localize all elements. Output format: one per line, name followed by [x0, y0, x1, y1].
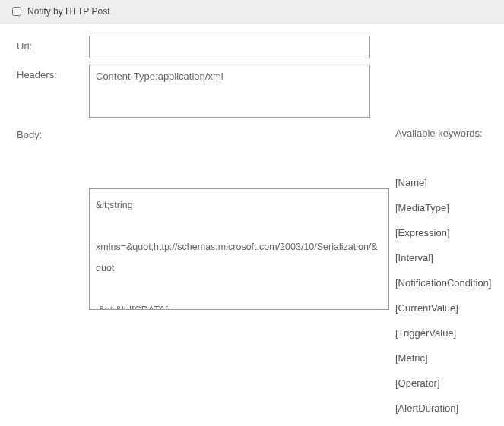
notify-checkbox[interactable] — [12, 7, 21, 16]
keywords-label: Available keywords: — [395, 128, 498, 139]
url-row: Url: — [17, 36, 487, 58]
keyword-item: [MediaType] — [395, 202, 498, 213]
body-label: Body: — [17, 128, 89, 140]
keyword-item: [AlertDuration] — [395, 402, 498, 414]
notify-checkbox-label: Notify by HTTP Post — [27, 6, 109, 17]
keyword-item: [Name] — [395, 177, 498, 188]
body-row: Body: Available keywords: [Name] [MediaT… — [17, 128, 487, 414]
url-label: Url: — [17, 36, 89, 52]
headers-input[interactable] — [89, 65, 370, 118]
keyword-item: [TriggerValue] — [395, 327, 498, 339]
form-area: Url: Headers: Body: Available keywords: … — [0, 24, 504, 426]
keyword-item: [Interval] — [395, 252, 498, 263]
body-input[interactable] — [89, 188, 389, 310]
keyword-item: [Metric] — [395, 352, 498, 364]
headers-row: Headers: — [17, 65, 487, 120]
keyword-item: [NotificationCondition] — [395, 277, 498, 289]
keyword-item: [Operator] — [395, 377, 498, 389]
keywords-list: [Name] [MediaType] [Expression] [Interva… — [395, 177, 498, 414]
keyword-item: [Expression] — [395, 227, 498, 238]
section-header: Notify by HTTP Post — [0, 0, 504, 24]
keyword-item: [CurrentValue] — [395, 302, 498, 314]
headers-label: Headers: — [17, 65, 89, 80]
url-input[interactable] — [89, 36, 370, 58]
